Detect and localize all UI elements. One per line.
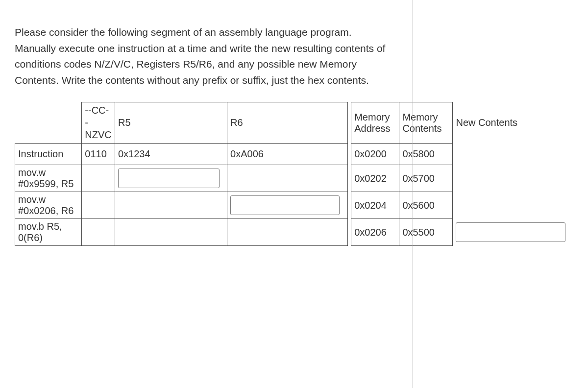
r5-1-cell	[115, 165, 227, 192]
mem2-cont: 0x5600	[399, 192, 453, 219]
header-cc: --CC- - NZVC	[82, 102, 115, 144]
gap-cell	[347, 144, 351, 165]
vertical-divider	[413, 0, 413, 388]
r6-3	[227, 219, 347, 246]
instr-1: mov.w #0x9599, R5	[15, 165, 82, 192]
mem0-new	[453, 144, 573, 165]
mem3-new-input[interactable]	[456, 222, 565, 242]
mem3-cont: 0x5500	[399, 219, 453, 246]
header-mem-addr: Memory Address	[351, 102, 399, 144]
r6-2-cell	[227, 192, 347, 219]
r5-3	[115, 219, 227, 246]
instr-3: mov.b R5, 0(R6)	[15, 219, 82, 246]
header-cc-line3: NZVC	[85, 129, 112, 141]
r6-2-input[interactable]	[230, 195, 340, 215]
trace-table: --CC- - NZVC R5 R6 Memory Address Memory…	[15, 102, 573, 246]
mem3-addr: 0x0206	[351, 219, 399, 246]
header-cc-line2: -	[85, 117, 112, 129]
initial-cc: 0110	[82, 144, 115, 165]
initial-r6: 0xA006	[227, 144, 347, 165]
cc-3	[82, 219, 115, 246]
gap-cell	[347, 192, 351, 219]
mem1-cont: 0x5700	[399, 165, 453, 192]
header-new-cont: New Contents	[453, 102, 573, 144]
mem1-new	[453, 165, 573, 192]
header-r5: R5	[115, 102, 227, 144]
header-mem-cont: Memory Contents	[399, 102, 453, 144]
label-instruction: Instruction	[15, 144, 82, 165]
mem1-addr: 0x0202	[351, 165, 399, 192]
gap-cell	[347, 165, 351, 192]
initial-r5: 0x1234	[115, 144, 227, 165]
cc-1	[82, 165, 115, 192]
header-r6: R6	[227, 102, 347, 144]
question-prompt: Please consider the following segment of…	[15, 24, 387, 88]
header-cc-line1: --CC-	[85, 104, 112, 117]
r5-2	[115, 192, 227, 219]
mem0-addr: 0x0200	[351, 144, 399, 165]
mem0-cont: 0x5800	[399, 144, 453, 165]
blank-cell	[15, 102, 82, 144]
mem3-new-cell	[453, 219, 573, 246]
instr-2: mov.w #0x0206, R6	[15, 192, 82, 219]
gap-cell	[347, 102, 351, 144]
r6-1	[227, 165, 347, 192]
cc-2	[82, 192, 115, 219]
gap-cell	[347, 219, 351, 246]
r5-1-input[interactable]	[118, 169, 220, 188]
mem2-addr: 0x0204	[351, 192, 399, 219]
mem2-new	[453, 192, 573, 219]
